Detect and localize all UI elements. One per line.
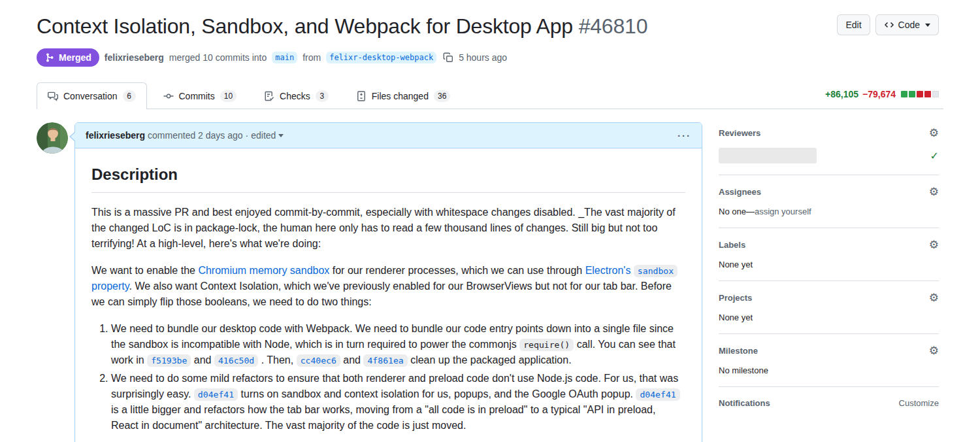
- merged-timestamp: 5 hours ago: [459, 52, 507, 63]
- text-run: turns on sandbox and context isolation f…: [238, 388, 636, 400]
- diffstat: +86,105 −79,674: [825, 89, 939, 99]
- text-run: for our renderer processes, which we can…: [329, 265, 585, 276]
- text-run: We want to enable the: [91, 265, 198, 276]
- text-run: This is a massive PR and best enjoyed co…: [91, 207, 676, 249]
- sidebar-section-projects: Projects ⚙ None yet: [719, 292, 939, 334]
- sidebar-section-labels: Labels ⚙ None yet: [719, 239, 939, 281]
- commit-link[interactable]: d04ef41: [636, 388, 679, 401]
- tab-conversation[interactable]: Conversation 6: [37, 82, 147, 109]
- projects-heading: Projects: [719, 293, 752, 303]
- comment-box: felixrieseberg commented 2 days ago · ed…: [74, 122, 702, 442]
- gear-icon[interactable]: ⚙: [929, 345, 939, 356]
- assignees-heading: Assignees: [719, 187, 761, 197]
- content-row: felixrieseberg commented 2 days ago · ed…: [37, 122, 943, 442]
- pr-sidebar: Reviewers ⚙ ✓ Assignees ⚙ No one—assign …: [719, 122, 939, 430]
- tab-files-changed-count: 36: [434, 90, 450, 102]
- copy-branch-icon[interactable]: [443, 52, 453, 63]
- commit-link[interactable]: f5193be: [147, 354, 191, 367]
- diffstat-deletions: −79,674: [862, 89, 896, 99]
- text-run: . Then,: [258, 354, 296, 366]
- edited-label: edited: [251, 130, 276, 141]
- comment-timestamp[interactable]: commented 2 days ago: [148, 130, 243, 141]
- pr-number: #46810: [579, 14, 648, 38]
- labels-value: None yet: [719, 260, 939, 269]
- milestone-heading: Milestone: [719, 346, 758, 356]
- notifications-heading: Notifications: [719, 398, 770, 408]
- milestone-value: No milestone: [719, 366, 939, 375]
- text-run: and: [340, 354, 364, 366]
- pr-title: Context Isolation, Sandbox, and Webpack …: [37, 13, 943, 39]
- commit-link[interactable]: 4f861ea: [363, 354, 407, 367]
- gear-icon[interactable]: ⚙: [929, 239, 939, 250]
- assign-yourself-link[interactable]: assign yourself: [755, 207, 811, 216]
- pull-request-page: Edit Code Context Isolation, Sandbox, an…: [0, 0, 980, 442]
- base-branch-label[interactable]: main: [272, 52, 297, 63]
- gear-icon[interactable]: ⚙: [929, 292, 939, 303]
- avatar[interactable]: [37, 122, 68, 154]
- tab-checks[interactable]: Checks 3: [253, 82, 340, 109]
- commit-link[interactable]: sandbox: [634, 265, 678, 277]
- kebab-menu-icon[interactable]: ···: [678, 131, 691, 141]
- checklist-icon: [264, 91, 274, 101]
- tab-commits[interactable]: Commits 10: [152, 82, 248, 109]
- gear-icon[interactable]: ⚙: [929, 128, 939, 139]
- pr-tab-nav: Conversation 6 Commits 10 Checks 3 Files…: [37, 82, 943, 109]
- gear-icon[interactable]: ⚙: [929, 186, 939, 197]
- merged-badge-label: Merged: [59, 52, 91, 63]
- reviewers-heading: Reviewers: [719, 128, 760, 138]
- tab-commits-count: 10: [220, 90, 237, 102]
- sidebar-section-reviewers: Reviewers ⚙ ✓: [719, 128, 939, 175]
- customize-link[interactable]: Customize: [899, 398, 939, 408]
- merge-action-text: merged 10 commits into: [169, 52, 267, 63]
- sidebar-section-milestone: Milestone ⚙ No milestone: [719, 345, 939, 387]
- comment-header: felixrieseberg commented 2 days ago · ed…: [75, 123, 702, 148]
- file-diff-icon: [356, 91, 367, 101]
- inline-link[interactable]: property: [91, 280, 129, 292]
- pr-title-text: Context Isolation, Sandbox, and Webpack …: [37, 14, 573, 38]
- tab-checks-count: 3: [316, 90, 329, 102]
- review-approved-check-icon: ✓: [930, 150, 939, 162]
- reviewer-name-redacted[interactable]: [719, 148, 817, 163]
- reviewer-row: ✓: [719, 148, 939, 163]
- head-branch-label[interactable]: felixr-desktop-webpack: [326, 52, 436, 63]
- edit-button-label: Edit: [845, 20, 861, 30]
- pr-meta-row: Merged felixrieseberg merged 10 commits …: [37, 48, 943, 67]
- tab-conversation-count: 6: [123, 90, 136, 102]
- labels-header: Labels ⚙: [719, 239, 939, 250]
- tab-conversation-label: Conversation: [63, 91, 118, 101]
- text-run: . We also want Context Isolation, which …: [91, 280, 672, 307]
- commit-link[interactable]: cc40ec6: [297, 354, 340, 367]
- labels-heading: Labels: [719, 240, 745, 250]
- header-actions: Edit Code: [837, 14, 939, 35]
- conversation-timeline: felixrieseberg commented 2 days ago · ed…: [37, 122, 702, 442]
- diff-block-red: [924, 91, 931, 97]
- comment-author-link[interactable]: felixrieseberg: [86, 130, 145, 141]
- tab-files-changed-label: Files changed: [372, 91, 429, 101]
- tab-checks-label: Checks: [280, 91, 310, 101]
- separator-dot: ·: [246, 130, 249, 141]
- diff-block-green: [909, 91, 915, 97]
- commit-link[interactable]: 416c50d: [214, 354, 258, 367]
- diff-block-neutral: [932, 91, 939, 97]
- inline-link[interactable]: Electron's: [585, 265, 634, 276]
- inline-link[interactable]: Chromium memory sandbox: [198, 265, 329, 276]
- description-paragraph-1: This is a massive PR and best enjoyed co…: [91, 205, 685, 252]
- edit-button[interactable]: Edit: [837, 14, 870, 35]
- diff-block-red: [917, 91, 923, 97]
- projects-value: None yet: [719, 313, 939, 322]
- text-run: and: [191, 354, 214, 366]
- text-run: is a little bigger and refactors how the…: [111, 404, 655, 431]
- diffstat-additions: +86,105: [825, 89, 858, 99]
- description-list: We need to bundle our desktop code with …: [91, 321, 685, 434]
- pr-header: Edit Code Context Isolation, Sandbox, an…: [37, 13, 943, 67]
- code-icon: [884, 20, 894, 30]
- tab-commits-label: Commits: [179, 91, 215, 101]
- from-text: from: [302, 52, 321, 63]
- commit-icon: [163, 91, 174, 101]
- commit-link[interactable]: d04ef41: [194, 388, 238, 401]
- tab-files-changed[interactable]: Files changed 36: [345, 82, 462, 109]
- code-dropdown-button[interactable]: Code: [875, 14, 939, 35]
- code-button-label: Code: [898, 20, 920, 30]
- author-link[interactable]: felixrieseberg: [105, 52, 164, 63]
- edited-dropdown[interactable]: · edited: [246, 130, 284, 141]
